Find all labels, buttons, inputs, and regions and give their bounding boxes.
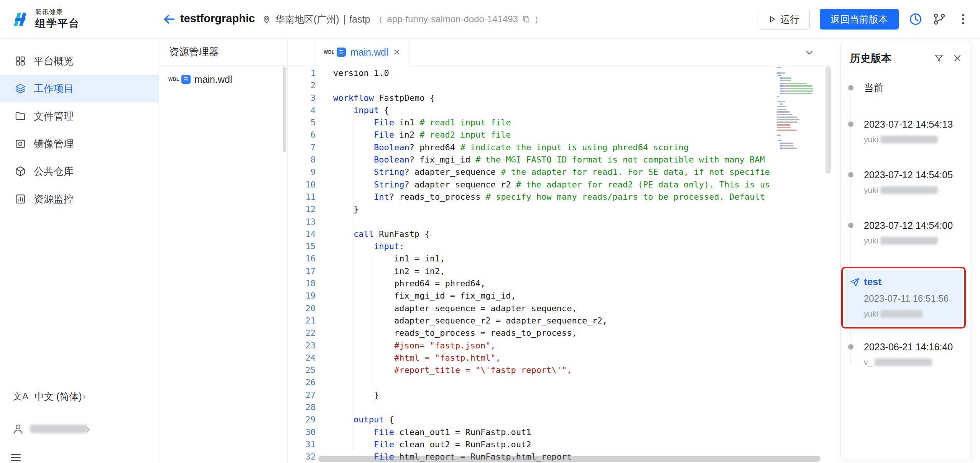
timeline-dot xyxy=(848,223,853,228)
resource-explorer-title: 资源管理器 xyxy=(159,39,287,66)
code-area[interactable]: 1234567891011121314151617181920212223242… xyxy=(288,66,832,463)
close-tab-icon[interactable] xyxy=(393,48,401,56)
sidebar-item-3[interactable]: 镜像管理 xyxy=(0,130,159,158)
version-author: yuki xyxy=(864,134,966,145)
collapse-menu-icon[interactable] xyxy=(11,452,21,463)
timeline-dot xyxy=(848,121,853,127)
more-kebab-icon[interactable] xyxy=(956,12,970,26)
line-number: 31 xyxy=(288,438,316,451)
code-line: version 1.0 xyxy=(333,67,832,79)
code-line: String? adapter_sequence_r2 # the adapte… xyxy=(333,179,832,191)
version-timestamp: 2023-07-12 14:54:13 xyxy=(864,118,966,130)
line-number: 23 xyxy=(288,340,316,352)
send-icon xyxy=(850,277,860,287)
code-line: Boolean? fix_mgi_id # the MGI FASTQ ID f… xyxy=(333,154,832,166)
line-number: 29 xyxy=(288,414,316,426)
branch-icon[interactable] xyxy=(932,12,946,26)
line-number: 11 xyxy=(288,191,316,203)
code-line xyxy=(333,401,832,414)
code-line: Int? reads_to_process # specify how many… xyxy=(333,191,832,203)
sidebar-item-label: 文件管理 xyxy=(34,110,74,123)
horizontal-scrollbar[interactable] xyxy=(288,455,821,463)
app-name: fastp xyxy=(349,14,370,25)
code-line: call RunFastp { xyxy=(333,228,832,240)
code-line: } xyxy=(333,389,832,401)
code-line: input { xyxy=(333,104,832,117)
app-window: 腾讯健康 组学平台 testforgraphic 华南地区(广州) | fast… xyxy=(0,0,980,463)
author-redacted xyxy=(880,237,938,245)
history-version-item-1[interactable]: 2023-07-12 14:54:13yuki xyxy=(841,118,966,145)
grid-icon xyxy=(15,55,26,67)
explorer-file-main-wdl[interactable]: WDL ☰ main.wdl xyxy=(159,69,287,90)
timeline-dot xyxy=(848,85,853,90)
monitor-icon xyxy=(15,193,26,205)
tab-main-wdl[interactable]: WDL ☰ main.wdl xyxy=(316,39,409,66)
code-line: phred64 = phred64, xyxy=(333,277,832,290)
brand-logo-icon xyxy=(10,9,31,30)
brand-logo: 腾讯健康 组学平台 xyxy=(10,8,80,30)
line-number: 3 xyxy=(288,92,316,104)
language-selector[interactable]: 文A 中文 (简体) › xyxy=(0,386,159,407)
code-line: #html = "fastp.html", xyxy=(333,352,832,364)
version-author: yuki xyxy=(864,235,966,246)
header-actions: 运行 返回当前版本 xyxy=(758,9,970,30)
sidebar-item-5[interactable]: 资源监控 xyxy=(0,185,159,213)
user-account[interactable]: › xyxy=(0,418,159,440)
filter-icon[interactable] xyxy=(934,53,944,63)
run-button[interactable]: 运行 xyxy=(758,9,810,30)
breadcrumb: 华南地区(广州) | fastp （ app-funny-salmon-dodo… xyxy=(261,11,543,27)
line-number: 9 xyxy=(288,166,316,178)
history-version-item-2[interactable]: 2023-07-12 14:54:05yuki xyxy=(841,169,966,195)
sidebar-item-label: 资源监控 xyxy=(34,192,74,206)
sidebar-item-1[interactable]: 工作项目 xyxy=(0,75,159,102)
history-version-item-5[interactable]: 2023-06-21 14:16:40v_ xyxy=(841,341,966,368)
back-to-current-version-button[interactable]: 返回当前版本 xyxy=(820,9,899,30)
version-author: yuki xyxy=(864,309,956,319)
code-content[interactable]: version 1.0 workflow FastpDemo { input {… xyxy=(333,67,832,463)
version-timestamp: 2023-07-12 14:54:05 xyxy=(864,169,966,181)
play-icon xyxy=(768,15,776,23)
history-current-item[interactable]: 当前 xyxy=(841,81,966,94)
history-panel-title: 历史版本 xyxy=(850,51,926,65)
history-named-version-test[interactable]: test2023-07-11 16:51:56yuki xyxy=(845,270,962,325)
sidebar-item-2[interactable]: 文件管理 xyxy=(0,102,159,130)
sidebar-item-0[interactable]: 平台概览 xyxy=(0,47,159,75)
line-number: 26 xyxy=(288,376,316,389)
line-number: 27 xyxy=(288,389,316,401)
history-version-item-3[interactable]: 2023-07-12 14:54:00yuki xyxy=(841,219,966,246)
history-clock-icon[interactable] xyxy=(909,12,922,26)
language-icon: 文A xyxy=(13,390,28,402)
language-label: 中文 (简体) xyxy=(35,390,82,403)
version-timestamp: 2023-07-12 14:54:00 xyxy=(864,219,966,232)
line-number: 30 xyxy=(288,426,316,438)
folder-icon xyxy=(15,110,26,122)
explorer-scrollbar[interactable] xyxy=(283,67,286,152)
code-line: File in2 # read2 input file xyxy=(333,129,832,141)
vertical-scrollbar[interactable] xyxy=(825,66,832,455)
line-number: 4 xyxy=(288,104,316,117)
line-number: 2 xyxy=(288,79,316,92)
minimap[interactable] xyxy=(777,67,816,150)
app-id: app-funny-salmon-dodo-141493 xyxy=(387,14,518,25)
line-number: 12 xyxy=(288,203,316,215)
back-arrow-icon[interactable] xyxy=(163,13,176,26)
editor-tab-bar: WDL ☰ main.wdl xyxy=(288,39,832,66)
history-version-list: 当前2023-07-12 14:54:13yuki2023-07-12 14:5… xyxy=(841,71,972,368)
layers-icon xyxy=(15,83,26,94)
line-number: 25 xyxy=(288,364,316,376)
close-panel-icon[interactable] xyxy=(952,53,962,63)
version-timestamp: 2023-07-11 16:51:56 xyxy=(864,292,956,305)
code-line: Boolean? phred64 # indicate the input is… xyxy=(333,141,832,154)
paren-close: ） xyxy=(534,13,543,25)
copy-icon[interactable] xyxy=(522,15,530,23)
chevron-down-icon[interactable] xyxy=(805,48,814,57)
resource-explorer: 资源管理器 WDL ☰ main.wdl xyxy=(159,39,288,463)
line-number: 6 xyxy=(288,129,316,141)
file-name: main.wdl xyxy=(194,74,232,85)
chevron-right-icon: › xyxy=(86,423,90,435)
code-line xyxy=(333,79,832,92)
code-line: #report_title = "\'fastp report\'", xyxy=(333,364,832,376)
sidebar-item-4[interactable]: 公共仓库 xyxy=(0,158,159,185)
line-number: 19 xyxy=(288,290,316,302)
line-number: 14 xyxy=(288,228,316,240)
